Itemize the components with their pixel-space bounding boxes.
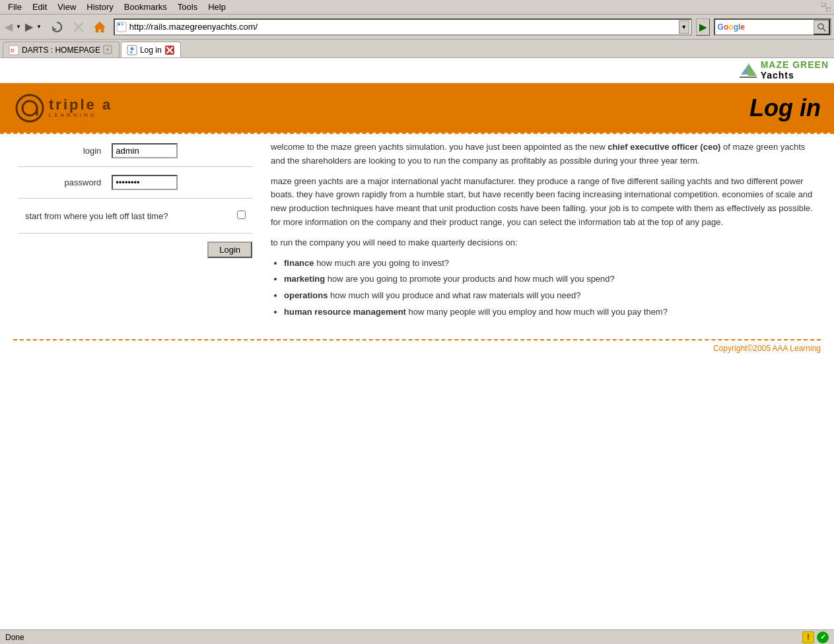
welcome-p1-pre: welcome to the maze green yachts simulat…: [271, 142, 608, 152]
site-header: MAZE GREEN Yachts: [0, 58, 834, 83]
remember-label: start from where you left off last time?: [20, 208, 230, 224]
page-title: Log in: [749, 94, 821, 122]
welcome-section: welcome to the maze green yachts simulat…: [271, 141, 821, 326]
form-separator-2: [18, 198, 252, 199]
operations-text: how much will you produce and what raw m…: [328, 290, 580, 300]
go-button[interactable]: ▶: [696, 18, 710, 36]
address-input[interactable]: [129, 22, 676, 32]
welcome-paragraph-3: to run the company you will need to make…: [271, 236, 821, 250]
status-icons: ! ✓: [802, 631, 829, 643]
back-dropdown[interactable]: ▼: [15, 17, 23, 37]
svg-marker-21: [748, 63, 757, 76]
tab-close-button[interactable]: [164, 45, 175, 55]
password-input-cell: [106, 172, 258, 193]
status-bar: Done ! ✓: [0, 629, 834, 644]
page-area: MAZE GREEN Yachts triple a: [0, 58, 834, 629]
google-logo: Google: [715, 22, 747, 32]
login-input-cell: [106, 141, 258, 161]
menu-tools[interactable]: Tools: [172, 1, 203, 13]
ok-icon: ✓: [817, 631, 829, 643]
search-input[interactable]: [747, 22, 814, 32]
menu-help[interactable]: Help: [203, 1, 231, 13]
search-submit-button[interactable]: [814, 19, 830, 35]
home-icon: [93, 20, 106, 34]
hrm-text: how many people will you employ and how …: [406, 307, 668, 317]
logo-maze-green: MAZE GREEN: [761, 60, 829, 70]
toolbar: ◀ ▼ ▶ ▼ ⚑: [0, 15, 834, 40]
back-forward-group: ◀ ▼ ▶ ▼: [3, 17, 44, 37]
login-button-cell: Login: [13, 239, 258, 261]
tab-page-icon-2: ⚑: [127, 45, 137, 55]
tab-login[interactable]: ⚑ Log in: [121, 42, 181, 57]
close-icon: [165, 46, 174, 55]
svg-rect-1: [827, 8, 831, 12]
svg-rect-0: [821, 3, 825, 7]
status-text: Done: [5, 633, 802, 642]
remember-checkbox[interactable]: [237, 210, 246, 219]
svg-marker-4: [94, 22, 105, 32]
at-logo-icon: [13, 92, 46, 125]
stop-icon: [72, 20, 85, 34]
password-input[interactable]: [112, 175, 178, 190]
welcome-list: finance how much are you going to invest…: [284, 257, 821, 319]
login-form: login password: [13, 141, 258, 261]
form-separator-3: [18, 233, 252, 234]
search-icon: [817, 22, 826, 32]
tab-label-1: DARTS : HOMEPAGE: [22, 46, 100, 55]
copyright-text: Copyright©2005 AAA Learning: [713, 344, 821, 353]
list-item-marketing: marketing how are you going to promote y…: [284, 273, 821, 286]
tab-mute-icon: [103, 45, 114, 55]
search-bar: Google: [714, 18, 831, 36]
reload-button[interactable]: [48, 17, 67, 37]
home-button[interactable]: [90, 17, 110, 37]
login-section: login password: [13, 141, 258, 326]
welcome-paragraph-1: welcome to the maze green yachts simulat…: [271, 141, 821, 168]
finance-bold: finance: [284, 258, 314, 268]
tab-label-2: Log in: [140, 46, 162, 55]
list-item-hrm: human resource management how many peopl…: [284, 306, 821, 319]
reload-icon: [51, 20, 64, 34]
orange-header: triple a LEARNING Log in: [0, 83, 834, 133]
menu-view[interactable]: View: [52, 1, 81, 13]
menu-bookmarks[interactable]: Bookmarks: [119, 1, 172, 13]
svg-text:⚑: ⚑: [121, 22, 123, 26]
svg-line-9: [823, 28, 825, 31]
footer-area: Copyright©2005 AAA Learning: [0, 340, 834, 356]
login-button[interactable]: Login: [207, 242, 252, 258]
main-content: login password: [0, 134, 834, 333]
welcome-paragraph-2: maze green yachts are a major internatio…: [271, 175, 821, 230]
menu-edit[interactable]: Edit: [27, 1, 52, 13]
svg-point-16: [130, 47, 133, 50]
tab-new-icon: [103, 45, 112, 54]
svg-point-24: [17, 95, 43, 121]
back-button[interactable]: ◀: [3, 17, 15, 37]
tab-darts-homepage[interactable]: D DARTS : HOMEPAGE: [3, 42, 120, 57]
menu-bar: File Edit View History Bookmarks Tools H…: [0, 0, 834, 15]
svg-text:D: D: [11, 48, 15, 53]
address-bar-container: ⚑ ▼: [114, 18, 692, 36]
password-label: password: [13, 172, 106, 193]
svg-point-25: [22, 101, 37, 115]
tab-bar: D DARTS : HOMEPAGE ⚑ Log in: [0, 40, 834, 58]
finance-text: how much are you going to invest?: [314, 258, 450, 268]
hrm-bold: human resource management: [284, 307, 406, 317]
menu-file[interactable]: File: [3, 1, 27, 13]
login-input[interactable]: [112, 143, 178, 158]
marketing-text: how are you going to promote your produc…: [325, 274, 615, 284]
go-arrow-icon: ▶: [699, 22, 707, 32]
forward-button[interactable]: ▶: [23, 17, 35, 37]
form-separator-1: [18, 166, 252, 167]
svg-text:⚑: ⚑: [129, 51, 133, 55]
list-item-finance: finance how much are you going to invest…: [284, 257, 821, 271]
yacht-logo-icon: [738, 61, 758, 80]
url-dropdown[interactable]: ▼: [679, 20, 689, 34]
marketing-bold: marketing: [284, 274, 325, 284]
logo-yachts: Yachts: [761, 71, 829, 80]
stop-button[interactable]: [69, 17, 88, 37]
triple-a-logo: triple a LEARNING: [13, 92, 112, 125]
resize-icon: [821, 3, 831, 12]
svg-point-6: [118, 23, 120, 26]
forward-dropdown[interactable]: ▼: [35, 17, 44, 37]
menu-history[interactable]: History: [81, 1, 118, 13]
site-logo: MAZE GREEN Yachts: [738, 60, 829, 80]
